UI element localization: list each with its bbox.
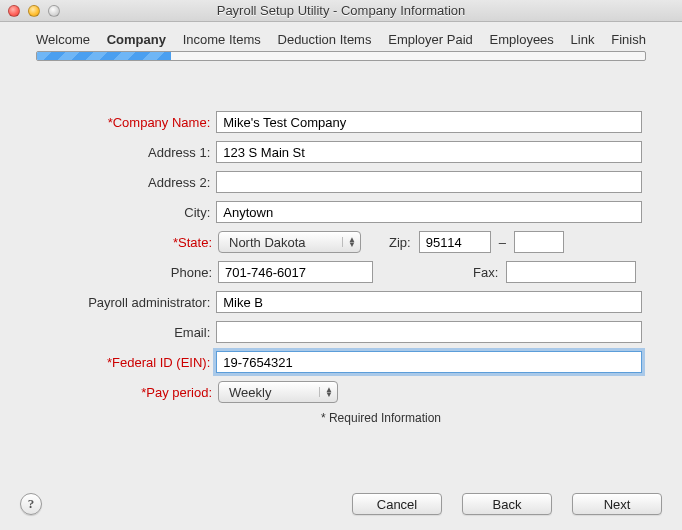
address2-input[interactable] — [216, 171, 642, 193]
label-fax: Fax: — [465, 265, 506, 280]
pay-period-select[interactable]: Weekly ▲▼ — [218, 381, 338, 403]
fax-input[interactable] — [506, 261, 636, 283]
label-email: Email: — [40, 325, 216, 340]
email-input[interactable] — [216, 321, 642, 343]
label-state: *State: — [40, 235, 218, 250]
label-phone: Phone: — [40, 265, 218, 280]
footer: ? Cancel Back Next — [0, 478, 682, 530]
step-deduction[interactable]: Deduction Items — [278, 32, 372, 47]
required-note: * Required Information — [40, 411, 642, 425]
step-bar: Welcome Company Income Items Deduction I… — [0, 22, 682, 51]
footer-buttons: Cancel Back Next — [352, 493, 662, 515]
zip-dash: – — [491, 235, 514, 250]
progress-wrap — [0, 51, 682, 67]
step-employer[interactable]: Employer Paid — [388, 32, 473, 47]
step-employees[interactable]: Employees — [490, 32, 554, 47]
step-welcome[interactable]: Welcome — [36, 32, 90, 47]
chevron-updown-icon: ▲▼ — [319, 387, 333, 397]
company-name-input[interactable] — [216, 111, 642, 133]
label-city: City: — [40, 205, 216, 220]
step-income[interactable]: Income Items — [183, 32, 261, 47]
progress-fill — [37, 52, 171, 60]
cancel-button[interactable]: Cancel — [352, 493, 442, 515]
next-button[interactable]: Next — [572, 493, 662, 515]
label-federal-id: *Federal ID (EIN): — [40, 355, 216, 370]
label-address2: Address 2: — [40, 175, 216, 190]
label-pay-period: *Pay period: — [40, 385, 218, 400]
chevron-updown-icon: ▲▼ — [342, 237, 356, 247]
titlebar: Payroll Setup Utility - Company Informat… — [0, 0, 682, 22]
zip-ext-input[interactable] — [514, 231, 564, 253]
label-zip: Zip: — [381, 235, 419, 250]
step-link[interactable]: Link — [571, 32, 595, 47]
help-icon[interactable]: ? — [20, 493, 42, 515]
state-select-value: North Dakota — [229, 235, 306, 250]
city-input[interactable] — [216, 201, 642, 223]
step-company[interactable]: Company — [107, 32, 166, 47]
zip-input[interactable] — [419, 231, 491, 253]
progress-bar — [36, 51, 646, 61]
label-address1: Address 1: — [40, 145, 216, 160]
label-payroll-admin: Payroll administrator: — [40, 295, 216, 310]
label-company-name: *Company Name: — [40, 115, 216, 130]
address1-input[interactable] — [216, 141, 642, 163]
phone-input[interactable] — [218, 261, 373, 283]
federal-id-input[interactable] — [216, 351, 642, 373]
pay-period-select-value: Weekly — [229, 385, 271, 400]
back-button[interactable]: Back — [462, 493, 552, 515]
payroll-admin-input[interactable] — [216, 291, 642, 313]
window-title: Payroll Setup Utility - Company Informat… — [0, 3, 682, 18]
form-area: *Company Name: Address 1: Address 2: Cit… — [0, 67, 682, 435]
step-finish[interactable]: Finish — [611, 32, 646, 47]
state-select[interactable]: North Dakota ▲▼ — [218, 231, 361, 253]
